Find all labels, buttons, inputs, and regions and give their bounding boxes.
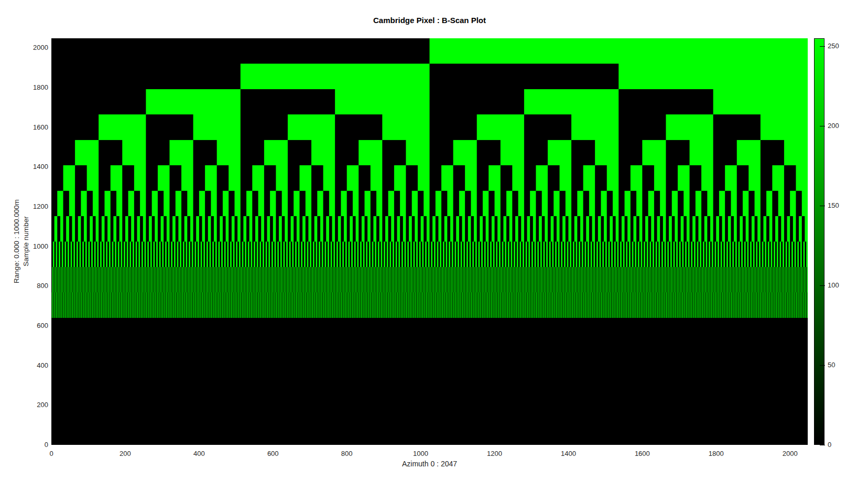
colorbar-tick-mark	[820, 206, 825, 206]
x-tick-label: 200	[107, 450, 144, 457]
x-tick-label: 1400	[550, 450, 587, 457]
x-tick-label: 800	[329, 450, 365, 457]
colorbar-tick-label: 50	[828, 361, 835, 369]
x-tick-label: 1600	[624, 450, 660, 457]
bscan-heatmap-image	[51, 38, 808, 445]
y-tick-label: 1000	[20, 242, 48, 250]
colorbar-tick-mark	[820, 445, 825, 445]
y-tick-label: 200	[20, 401, 48, 409]
x-tick-label: 400	[181, 450, 218, 457]
x-tick-label: 0	[33, 450, 70, 457]
colorbar-tick-label: 250	[828, 42, 839, 50]
x-tick-label: 1800	[698, 450, 734, 457]
x-tick-label: 600	[255, 450, 291, 457]
y-tick-label: 1200	[20, 202, 48, 210]
x-tick-label: 1200	[476, 450, 513, 457]
y-tick-label: 2000	[20, 44, 48, 51]
y-tick-label: 600	[20, 322, 48, 329]
colorbar-tick-label: 0	[828, 441, 831, 449]
x-tick-label: 2000	[772, 450, 808, 457]
y-axis-label: Range: 0.000 : 1000.000m Sample number	[12, 199, 31, 283]
plot-title: Cambridge Pixel : B-Scan Plot	[51, 16, 808, 25]
y-tick-label: 400	[20, 361, 48, 369]
colorbar-tick-mark	[820, 285, 825, 286]
y-axis-label-range: Range: 0.000 : 1000.000m	[12, 199, 21, 283]
colorbar	[814, 38, 824, 445]
colorbar-tick-mark	[820, 46, 825, 47]
y-tick-label: 800	[20, 282, 48, 290]
colorbar-tick-mark	[820, 126, 825, 126]
colorbar-tick-label: 200	[828, 122, 839, 130]
x-axis-label: Azimuth 0 : 2047	[51, 460, 808, 468]
colorbar-tick-mark	[820, 365, 825, 366]
x-tick-label: 1000	[403, 450, 439, 457]
colorbar-tick-label: 150	[828, 201, 839, 209]
y-axis-label-sample: Sample number	[21, 199, 31, 283]
colorbar-tick-label: 100	[828, 281, 839, 289]
y-tick-label: 1600	[20, 123, 48, 131]
y-tick-label: 1400	[20, 163, 48, 170]
bscan-figure: Cambridge Pixel : B-Scan Plot Azimuth 0 …	[0, 0, 868, 501]
y-tick-label: 0	[20, 441, 48, 449]
y-tick-label: 1800	[20, 83, 48, 91]
